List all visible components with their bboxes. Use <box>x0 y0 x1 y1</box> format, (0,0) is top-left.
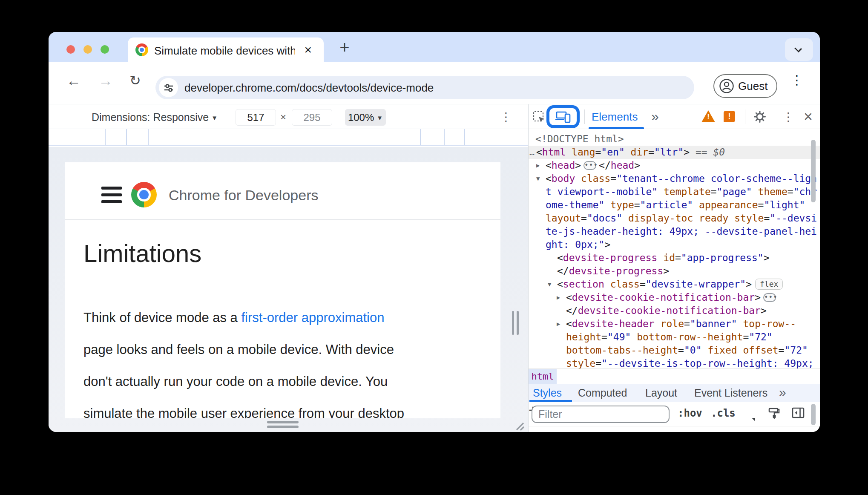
code-token: template <box>664 186 711 197</box>
dom-tree[interactable]: <!DOCTYPE html>…<html lang="en" dir="ltr… <box>529 129 820 368</box>
dom-tree-line[interactable]: <!DOCTYPE html> <box>529 132 820 146</box>
code-token: < <box>557 252 563 263</box>
tab-styles[interactable]: Styles <box>533 387 562 399</box>
breadcrumb-html[interactable]: html <box>529 369 557 384</box>
chevron-down-icon <box>794 45 802 52</box>
expander-open-icon[interactable]: ▼ <box>536 172 540 185</box>
dom-tree-line[interactable]: ▶<devsite-cookie-notification-bar>••• <box>529 291 820 304</box>
dom-tree-line[interactable]: ▶<head>•••</head> <box>529 159 820 172</box>
styles-filter-input[interactable] <box>532 406 670 423</box>
dom-tree-line[interactable]: style="--devsite-is-top-row--height: 49p… <box>529 357 820 368</box>
rendering-brush-icon[interactable] <box>767 407 781 420</box>
gutter-ellipsis-icon[interactable]: … <box>529 146 534 159</box>
code-token: = <box>581 213 587 224</box>
dom-tree-line[interactable]: height="49" bottom-row--height="72" <box>529 331 820 344</box>
hamburger-menu-icon[interactable] <box>101 187 122 203</box>
new-tab-button[interactable]: + <box>335 38 354 58</box>
browser-window: Simulate mobile devices with × + ← → ↻ d… <box>49 32 820 432</box>
dom-tree-line[interactable]: ▼<section class="devsite-wrapper">flex <box>529 278 820 291</box>
dom-tree-line[interactable]: te-js-header-height: 49px; --devsite-pan… <box>529 225 820 238</box>
viewport-bottom-resize-handle[interactable] <box>267 421 299 429</box>
dom-tree-line[interactable]: ome-theme" type="article" appearance="li… <box>529 199 820 212</box>
code-token <box>658 186 664 197</box>
code-token: "en" <box>601 147 624 158</box>
expander-closed-icon[interactable]: ▶ <box>557 291 560 304</box>
dimensions-dropdown[interactable]: Dimensions: Responsive▼ <box>92 111 218 124</box>
expander-open-icon[interactable]: ▼ <box>548 278 551 291</box>
site-settings-button[interactable] <box>159 78 178 97</box>
code-token: ght: 0px;" <box>546 239 604 250</box>
code-token <box>625 147 631 158</box>
collapsed-children-button[interactable]: ••• <box>763 293 776 302</box>
inspect-element-icon[interactable] <box>533 111 546 124</box>
flex-badge[interactable]: flex <box>755 279 783 290</box>
browser-tab[interactable]: Simulate mobile devices with × <box>128 37 324 62</box>
dom-tree-line[interactable]: ▼<body class="tenant--chrome color-schem… <box>529 172 820 185</box>
collapsed-children-button[interactable]: ••• <box>583 161 596 170</box>
dom-tree-line[interactable]: ght: 0px;"> <box>529 238 820 251</box>
tab-event-listeners[interactable]: Event Listeners <box>694 387 767 399</box>
dom-tree-line[interactable]: …<html lang="en" dir="ltr"> == $0 <box>529 146 820 159</box>
more-panels-button[interactable]: » <box>651 109 657 124</box>
code-token: > <box>575 160 581 171</box>
reload-button[interactable]: ↻ <box>129 72 141 89</box>
code-token: class <box>581 173 610 184</box>
dom-tree-line[interactable]: </devsite-cookie-notification-bar> <box>529 304 820 317</box>
dom-tree-line[interactable]: ▶<devsite-header role="banner" top-row-- <box>529 317 820 331</box>
expander-closed-icon[interactable]: ▶ <box>536 159 540 172</box>
browser-menu-button[interactable]: ⋮ <box>790 72 803 87</box>
device-toolbar-menu-button[interactable]: ⋮ <box>500 110 512 124</box>
code-token <box>693 213 699 224</box>
macos-zoom-button[interactable] <box>101 45 109 54</box>
code-token: "0" <box>684 345 702 356</box>
code-token: "--devsi <box>770 213 817 224</box>
dom-tree-line[interactable]: <devsite-progress id="app-progress"> <box>529 251 820 265</box>
code-token: devsite-progress <box>569 265 664 276</box>
code-token: devsite-header <box>572 318 655 329</box>
dom-tree-line[interactable]: bottom-tabs--height="0" fixed offset="72… <box>529 344 820 357</box>
styles-pane-scrollbar[interactable] <box>811 404 816 425</box>
toggle-class-button[interactable]: .cls <box>711 407 736 419</box>
macos-minimize-button[interactable] <box>83 45 92 54</box>
dom-tree-line[interactable]: layout="docs" display-toc ready style="-… <box>529 212 820 225</box>
dom-tree-scrollbar[interactable] <box>811 140 816 202</box>
device-toolbar-toggle-button[interactable] <box>546 105 580 128</box>
expander-closed-icon[interactable]: ▶ <box>557 317 560 331</box>
tab-computed[interactable]: Computed <box>578 387 627 399</box>
macos-close-button[interactable] <box>66 45 75 54</box>
tab-search-button[interactable] <box>785 38 813 61</box>
devtools-menu-button[interactable]: ⋮ <box>782 110 794 124</box>
first-order-approximation-link[interactable]: first-order approximation <box>241 310 384 325</box>
media-query-bar[interactable] <box>49 129 528 146</box>
url-text[interactable]: developer.chrome.com/docs/devtools/devic… <box>184 81 434 95</box>
address-bar[interactable]: developer.chrome.com/docs/devtools/devic… <box>155 76 694 99</box>
profile-button[interactable]: Guest <box>713 74 777 98</box>
more-styles-tabs-button[interactable]: » <box>779 385 785 400</box>
tab-close-icon[interactable]: × <box>304 43 312 57</box>
code-token: > <box>764 252 770 263</box>
code-token: > <box>663 265 669 276</box>
issues-icon[interactable]: ! <box>724 111 735 122</box>
toggle-hover-state-button[interactable]: :hov <box>678 407 702 419</box>
code-token: "app-progress" <box>681 252 764 263</box>
tab-layout[interactable]: Layout <box>645 387 677 399</box>
viewport-resize-handle[interactable] <box>512 311 523 335</box>
tab-title: Simulate mobile devices with <box>154 44 295 58</box>
corner-resize-handle[interactable] <box>512 419 524 431</box>
code-token <box>604 279 610 290</box>
code-token: style <box>734 213 764 224</box>
dom-tree-line[interactable]: t viewport--mobile" template="page" them… <box>529 185 820 199</box>
page-heading: Limitations <box>83 239 201 268</box>
viewport-width-input[interactable]: 517 <box>236 109 276 126</box>
code-token: ready <box>699 213 728 224</box>
devtools-close-icon[interactable]: × <box>804 108 813 126</box>
sidebar-toggle-icon[interactable] <box>792 407 805 418</box>
code-token: = <box>764 213 770 224</box>
tab-elements[interactable]: Elements <box>592 110 638 124</box>
viewport-height-input[interactable]: 295 <box>292 109 332 126</box>
back-button[interactable]: ← <box>66 72 81 89</box>
dom-tree-line[interactable]: </devsite-progress> <box>529 265 820 278</box>
code-token: = <box>684 318 690 329</box>
zoom-dropdown[interactable]: 100%▼ <box>345 109 386 126</box>
settings-gear-icon[interactable] <box>753 110 766 123</box>
